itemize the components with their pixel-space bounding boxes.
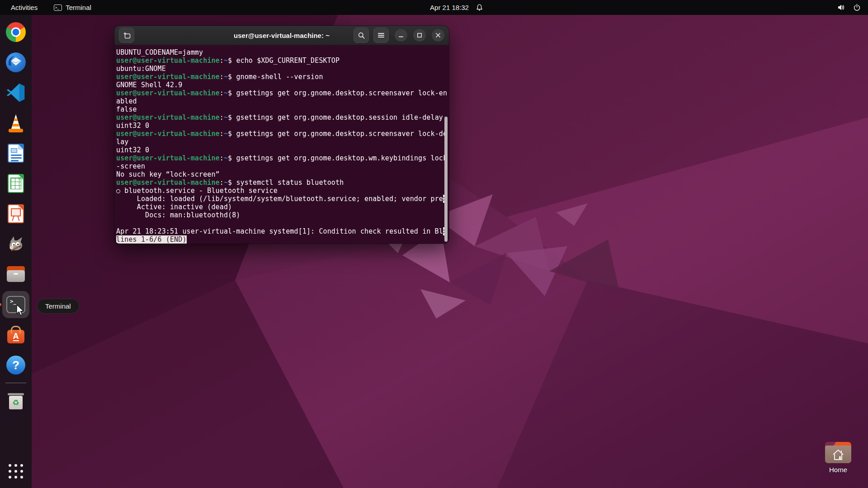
libreoffice-impress-icon [5,203,27,225]
terminal-line: user@user-virtual-machine:~$ echo $XDG_C… [116,56,449,65]
menu-button[interactable] [373,28,389,43]
dock-item-thunderbird[interactable] [2,49,29,76]
dock-separator [5,383,26,383]
terminal-line: ubuntu:GNOME [116,65,449,73]
clock-menu[interactable]: Apr 21 18:32 [430,4,483,11]
dock-item-writer[interactable] [2,140,29,167]
terminal-window: user@user-virtual-machine: ~ UBUNTU_CODE… [114,26,449,244]
libreoffice-calc-icon [5,173,27,194]
close-button[interactable] [432,29,444,42]
files-icon [5,263,27,285]
terminal-line: user@user-virtual-machine:~$ gsettings g… [116,89,449,97]
volume-icon [837,4,845,11]
dock-item-help[interactable]: ? [2,352,29,379]
terminal-scrollbar[interactable] [444,117,448,242]
terminal-line: false [116,105,449,113]
clock-label: Apr 21 18:32 [430,4,469,11]
terminal-line: user@user-virtual-machine:~$ gsettings g… [116,113,449,122]
terminal-line: uint32 0 [116,146,449,154]
dock-item-trash[interactable]: ♻ [2,387,29,414]
dock-item-vscode[interactable] [2,79,29,106]
terminal-content[interactable]: UBUNTU_CODENAME=jammyuser@user-virtual-m… [114,45,449,244]
terminal-line: uint32 0 [116,122,449,130]
show-applications-icon [9,464,23,479]
terminal-line: user@user-virtual-machine:~$ systemctl s… [116,178,449,187]
mouse-cursor [15,304,27,316]
dock-item-chrome[interactable] [2,19,29,46]
chrome-icon [5,21,27,43]
show-applications-button[interactable] [2,459,29,483]
dock-tooltip: Terminal [37,299,79,314]
gimp-icon [5,233,27,255]
libreoffice-writer-icon [5,142,27,164]
home-label: Home [829,466,847,474]
thunderbird-icon [5,52,27,73]
running-indicator [0,303,1,306]
vlc-icon [5,112,27,134]
dock-item-ubuntu-software[interactable]: A [2,321,29,348]
terminal-line: user@user-virtual-machine:~$ gsettings g… [116,154,449,162]
dock-item-files[interactable] [2,261,29,288]
terminal-line: Active: inactive (dead) [116,203,449,211]
focused-app-name: Terminal [66,4,91,11]
terminal-line [116,219,449,227]
trash-icon: ♻ [5,390,27,412]
titlebar[interactable]: user@user-virtual-machine: ~ [114,26,449,45]
terminal-line: -screen [116,162,449,170]
house-icon [831,448,845,461]
search-button[interactable] [354,28,369,43]
home-folder-icon [825,442,851,463]
system-status-area[interactable] [837,4,861,11]
terminal-line: GNOME Shell 42.9 [116,81,449,89]
window-title: user@user-virtual-machine: ~ [234,32,330,39]
dock-item-calc[interactable] [2,170,29,197]
vscode-icon [5,82,27,103]
top-bar: Activities Terminal Apr 21 18:32 [0,0,868,15]
terminal-line: lines 1-6/6 (END) [116,235,449,244]
ubuntu-software-icon: A [5,324,27,346]
dock-item-vlc[interactable] [2,109,29,136]
minimize-button[interactable] [395,29,407,42]
terminal-app-icon [54,5,62,11]
terminal-line: ○ bluetooth.service - Bluetooth service [116,187,449,195]
power-icon [853,4,861,11]
notification-bell-icon [476,4,483,11]
terminal-line: user@user-virtual-machine:~$ gsettings g… [116,130,449,138]
activities-button[interactable]: Activities [8,2,40,13]
terminal-line: Docs: man:bluetoothd(8) [116,211,449,219]
terminal-line: No such key “lock-screen” [116,170,449,178]
new-tab-button[interactable] [119,28,134,43]
help-icon: ? [5,354,27,376]
maximize-button[interactable] [413,29,426,42]
dock: A ? ♻ [0,15,32,488]
terminal-line: Apr 21 18:23:51 user-virtual-machine sys… [116,227,449,235]
dock-item-gimp[interactable] [2,230,29,258]
home-desktop-icon[interactable]: Home [822,442,854,474]
terminal-line: UBUNTU_CODENAME=jammy [116,48,449,56]
terminal-line: Loaded: loaded (/lib/systemd/system/blue… [116,195,449,203]
dock-item-impress[interactable] [2,200,29,227]
terminal-line: abled [116,97,449,105]
terminal-line: lay [116,138,449,146]
terminal-line: user@user-virtual-machine:~$ gnome-shell… [116,73,449,81]
focused-app-indicator[interactable]: Terminal [54,4,91,11]
